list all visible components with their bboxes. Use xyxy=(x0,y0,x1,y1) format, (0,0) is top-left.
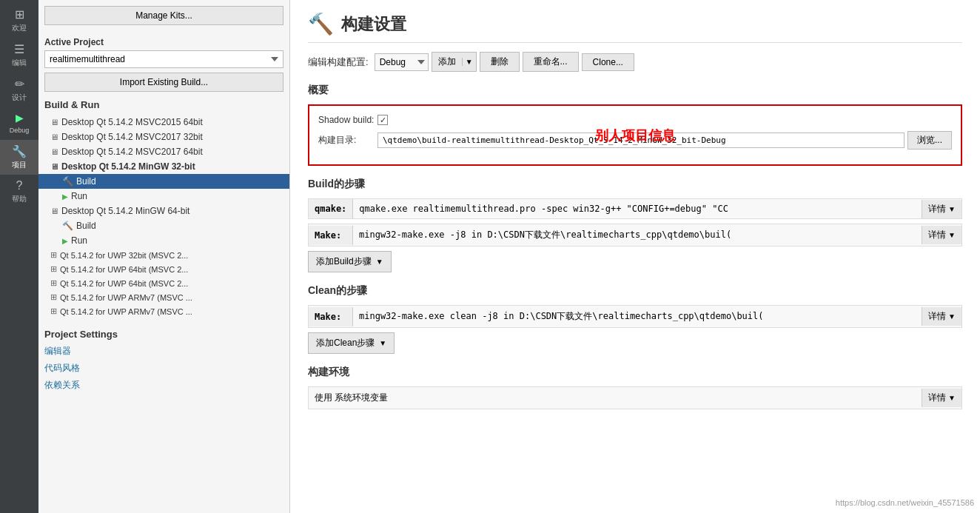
summary-title: 概要 xyxy=(308,84,962,97)
uwp-icon: ⊞ xyxy=(50,278,57,288)
monitor-icon: 🖥 xyxy=(50,147,58,156)
qmake-label: qmake: xyxy=(309,199,353,218)
clean-steps-section: Clean的步骤 Make: mingw32-make.exe clean -j… xyxy=(308,284,962,354)
build-steps-section: Build的步骤 qmake: qmake.exe realtimemultit… xyxy=(308,178,962,272)
uwp-icon: ⊞ xyxy=(50,264,57,274)
settings-link-dependencies[interactable]: 依赖关系 xyxy=(38,377,289,394)
kit-item-msvc2017-32[interactable]: 🖥 Desktop Qt 5.14.2 MSVC2017 32bit xyxy=(38,130,289,144)
apps-icon: ⊞ xyxy=(15,7,24,21)
uwp-icon: ⊞ xyxy=(50,292,57,302)
sidebar-top: Manage Kits... xyxy=(38,6,289,31)
chevron-down-icon: ▼ xyxy=(948,205,956,213)
chevron-down-icon: ▼ xyxy=(379,339,386,347)
clone-config-button[interactable]: Clone... xyxy=(582,53,634,71)
config-label: 编辑构建配置: xyxy=(308,56,369,69)
clean-make-command: mingw32-make.exe clean -j8 in D:\CSDN下载文… xyxy=(353,306,922,327)
make-details-button[interactable]: 详情 ▼ xyxy=(922,226,961,244)
debug-icon: ▶ xyxy=(16,112,24,124)
play-icon: ▶ xyxy=(62,192,68,201)
rename-config-button[interactable]: 重命名... xyxy=(523,52,579,72)
add-config-button[interactable]: 添加▼ xyxy=(432,52,477,72)
settings-link-code-style[interactable]: 代码风格 xyxy=(38,360,289,377)
kit-item-msvc2015[interactable]: 🖥 Desktop Qt 5.14.2 MSVC2015 64bit xyxy=(38,115,289,130)
clean-step-row: Make: mingw32-make.exe clean -j8 in D:\C… xyxy=(308,305,962,328)
sidebar-item-welcome[interactable]: ⊞ 欢迎 xyxy=(0,3,38,38)
uwp-icon: ⊞ xyxy=(50,306,57,316)
kit-item-mingw64[interactable]: 🖥 Desktop Qt 5.14.2 MinGW 64-bit xyxy=(38,204,289,218)
project-settings-title: Project Settings xyxy=(38,321,289,343)
sidebar-item-design[interactable]: ✏ 设计 xyxy=(0,73,38,107)
make-label: Make: xyxy=(309,226,353,245)
build-settings-icon: 🔨 xyxy=(308,12,334,36)
sidebar: Manage Kits... Active Project realtimemu… xyxy=(38,0,290,513)
shadow-build-checkbox[interactable]: ✓ xyxy=(377,115,388,125)
shadow-build-label: Shadow build: xyxy=(318,115,377,125)
sub-item-build64[interactable]: 🔨 Build xyxy=(38,218,289,233)
play-icon: ▶ xyxy=(62,237,68,245)
page-title: 构建设置 xyxy=(341,13,406,36)
browse-button[interactable]: 浏览... xyxy=(907,131,952,150)
make-command: mingw32-make.exe -j8 in D:\CSDN下载文件\real… xyxy=(353,224,922,246)
build-run-title: Build & Run xyxy=(38,95,289,115)
clean-make-label: Make: xyxy=(309,307,353,326)
kit-item-uwp64-2[interactable]: ⊞ Qt 5.14.2 for UWP 64bit (MSVC 2... xyxy=(38,276,289,290)
kit-item-uwp32[interactable]: ⊞ Qt 5.14.2 for UWP 32bit (MSVC 2... xyxy=(38,248,289,262)
help-icon: ? xyxy=(16,179,23,192)
build-dir-row: 构建目录: 浏览... xyxy=(318,131,952,150)
uwp-icon: ⊞ xyxy=(50,250,57,260)
config-row: 编辑构建配置: Debug Release 添加▼ 删除 重命名... Clon… xyxy=(308,52,962,72)
shadow-build-box: Shadow build: ✓ 构建目录: 浏览... 别人项目信息 xyxy=(308,104,962,166)
sidebar-item-debug[interactable]: ▶ Debug xyxy=(0,107,38,140)
kit-item-uwp64-1[interactable]: ⊞ Qt 5.14.2 for UWP 64bit (MSVC 2... xyxy=(38,262,289,276)
sidebar-item-edit[interactable]: ☰ 编辑 xyxy=(0,38,38,73)
build-env-label: 使用 系统环境变量 xyxy=(309,387,922,409)
build-env-title: 构建环境 xyxy=(308,366,962,379)
import-existing-build-button[interactable]: Import Existing Build... xyxy=(44,73,283,92)
sidebar-item-project[interactable]: 🔧 项目 xyxy=(0,140,38,175)
sub-item-run[interactable]: ▶ Run xyxy=(38,189,289,204)
active-project-label: Active Project xyxy=(38,31,289,50)
main-content: 🔨 构建设置 编辑构建配置: Debug Release 添加▼ 删除 重命名.… xyxy=(290,0,980,513)
qmake-step-row: qmake: qmake.exe realtimemultithread.pro… xyxy=(308,198,962,219)
shadow-build-row: Shadow build: ✓ xyxy=(318,115,952,125)
sub-item-build[interactable]: 🔨 Build xyxy=(38,174,289,189)
kit-item-mingw32[interactable]: 🖥 Desktop Qt 5.14.2 MinGW 32-bit xyxy=(38,159,289,174)
wrench-icon: 🔧 xyxy=(12,144,27,158)
build-env-section: 构建环境 使用 系统环境变量 详情 ▼ xyxy=(308,366,962,409)
build-dir-label: 构建目录: xyxy=(318,134,377,147)
qmake-details-button[interactable]: 详情 ▼ xyxy=(922,200,961,218)
add-clean-step-button[interactable]: 添加Clean步骤 ▼ xyxy=(308,332,395,354)
delete-config-button[interactable]: 删除 xyxy=(480,52,520,72)
monitor-icon: 🖥 xyxy=(50,133,58,141)
clean-steps-title: Clean的步骤 xyxy=(308,284,962,298)
monitor-icon: 🖥 xyxy=(50,162,58,171)
manage-kits-button[interactable]: Manage Kits... xyxy=(44,6,283,25)
settings-link-editor[interactable]: 编辑器 xyxy=(38,343,289,360)
make-step-row: Make: mingw32-make.exe -j8 in D:\CSDN下载文… xyxy=(308,224,962,247)
sidebar-item-help[interactable]: ? 帮助 xyxy=(0,175,38,209)
build-run-section: Build & Run 🖥 Desktop Qt 5.14.2 MSVC2015… xyxy=(38,92,289,321)
clean-details-button[interactable]: 详情 ▼ xyxy=(922,307,961,326)
design-icon: ✏ xyxy=(15,77,24,91)
monitor-icon: 🖥 xyxy=(50,207,58,215)
watermark: https://blog.csdn.net/weixin_45571586 xyxy=(836,498,974,507)
build-steps-title: Build的步骤 xyxy=(308,178,962,191)
sub-item-run64[interactable]: ▶ Run xyxy=(38,233,289,248)
monitor-icon: 🖥 xyxy=(50,118,58,127)
hammer-icon: 🔨 xyxy=(62,221,73,231)
chevron-down-icon: ▼ xyxy=(948,231,956,239)
chevron-down-icon: ▼ xyxy=(376,258,383,266)
add-build-step-button[interactable]: 添加Build步骤 ▼ xyxy=(308,251,392,272)
build-env-details-button[interactable]: 详情 ▼ xyxy=(922,389,961,407)
config-select[interactable]: Debug Release xyxy=(375,53,429,71)
qmake-command: qmake.exe realtimemultithread.pro -spec … xyxy=(353,199,922,218)
kit-item-uwp-armv7-1[interactable]: ⊞ Qt 5.14.2 for UWP ARMv7 (MSVC ... xyxy=(38,290,289,304)
active-project-select[interactable]: realtimemultithread xyxy=(44,50,283,68)
kit-item-msvc2017-64[interactable]: 🖥 Desktop Qt 5.14.2 MSVC2017 64bit xyxy=(38,144,289,159)
page-header: 🔨 构建设置 xyxy=(308,12,962,43)
hammer-icon: 🔨 xyxy=(62,176,73,187)
kit-item-uwp-armv7-2[interactable]: ⊞ Qt 5.14.2 for UWP ARMv7 (MSVC ... xyxy=(38,304,289,318)
chevron-down-icon: ▼ xyxy=(948,312,956,321)
build-dir-input[interactable] xyxy=(377,133,905,148)
icon-bar: ⊞ 欢迎 ☰ 编辑 ✏ 设计 ▶ Debug 🔧 项目 ? 帮助 xyxy=(0,0,38,513)
